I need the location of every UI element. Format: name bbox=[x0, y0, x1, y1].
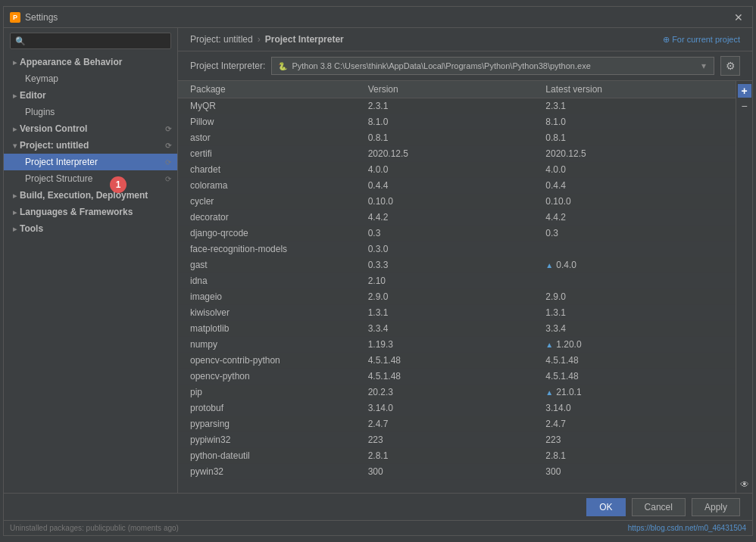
table-row: chardet4.0.04.0.0 bbox=[178, 162, 736, 178]
table-row: decorator4.4.24.4.2 bbox=[178, 210, 736, 226]
table-row: kiwisolver1.3.11.3.1 bbox=[178, 305, 736, 321]
table-row: pip20.2.3▲ 21.0.1 bbox=[178, 385, 736, 400]
sync-icon: ⟳ bbox=[165, 142, 171, 150]
table-row: numpy1.19.3▲ 1.20.0 bbox=[178, 337, 736, 353]
table-row: cycler0.10.00.10.0 bbox=[178, 194, 736, 210]
sidebar-item-tools[interactable]: ▸ Tools bbox=[4, 220, 177, 237]
col-latest: Latest version bbox=[545, 84, 723, 95]
table-row: certifi2020.12.52020.12.5 bbox=[178, 146, 736, 162]
package-latest bbox=[545, 244, 723, 254]
sync-icon: ⟳ bbox=[165, 158, 171, 167]
package-latest: 0.10.0 bbox=[545, 196, 723, 207]
update-arrow-icon: ▲ bbox=[545, 261, 553, 269]
table-row: pypiwin32223223 bbox=[178, 432, 736, 448]
search-input[interactable] bbox=[29, 36, 166, 46]
table-row: matplotlib3.3.43.3.4 bbox=[178, 321, 736, 337]
package-name: idna bbox=[190, 276, 368, 286]
package-name: pypiwin32 bbox=[190, 435, 368, 445]
sidebar: 🔍 ▸ Appearance & Behavior Keymap ▸ Edito… bbox=[4, 28, 178, 493]
package-latest: 0.3 bbox=[545, 228, 723, 238]
interpreter-value: Python 3.8 C:\Users\think\AppData\Local\… bbox=[292, 61, 590, 70]
arrow-icon: ▸ bbox=[13, 192, 17, 200]
table-row: gast0.3.3▲ 0.4.0 bbox=[178, 257, 736, 273]
package-version: 0.10.0 bbox=[368, 196, 546, 207]
package-latest: ▲ 21.0.1 bbox=[545, 387, 723, 397]
sidebar-item-plugins[interactable]: Plugins bbox=[4, 104, 177, 120]
sidebar-item-keymap[interactable]: Keymap bbox=[4, 70, 177, 87]
remove-package-button[interactable]: − bbox=[738, 99, 751, 113]
sidebar-item-project[interactable]: ▾ Project: untitled ⟳ bbox=[4, 137, 177, 154]
package-version: 4.5.1.48 bbox=[368, 355, 546, 366]
arrow-icon: ▸ bbox=[13, 58, 17, 67]
package-name: imageio bbox=[190, 291, 368, 302]
package-name: opencv-contrib-python bbox=[190, 355, 368, 366]
package-latest: ▲ 0.4.0 bbox=[545, 260, 723, 270]
package-name: numpy bbox=[190, 339, 368, 350]
package-name: django-qrcode bbox=[190, 228, 368, 238]
add-package-button[interactable]: + bbox=[738, 84, 751, 98]
arrow-icon: ▸ bbox=[13, 208, 17, 216]
package-latest: 3.3.4 bbox=[545, 323, 723, 334]
sidebar-item-project-structure[interactable]: Project Structure ⟳ bbox=[4, 170, 177, 187]
sidebar-item-editor[interactable]: ▸ Editor bbox=[4, 87, 177, 104]
show-details-button[interactable]: 👁 bbox=[740, 479, 749, 490]
update-arrow-icon: ▲ bbox=[545, 388, 553, 397]
package-name: gast bbox=[190, 260, 368, 270]
package-name: pip bbox=[190, 387, 368, 397]
annotation-badge-1: 1 bbox=[110, 176, 127, 193]
table-row: pyparsing2.4.72.4.7 bbox=[178, 416, 736, 432]
package-name: astor bbox=[190, 132, 368, 143]
sidebar-item-appearance[interactable]: ▸ Appearance & Behavior bbox=[4, 54, 177, 70]
sync-icon: ⟳ bbox=[165, 175, 171, 183]
table-row: python-dateutil2.8.12.8.1 bbox=[178, 448, 736, 464]
title-bar: P Settings ✕ bbox=[4, 7, 752, 28]
close-button[interactable]: ✕ bbox=[731, 10, 746, 25]
table-row: astor0.8.10.8.1 bbox=[178, 130, 736, 146]
sidebar-item-build[interactable]: ▸ Build, Execution, Deployment bbox=[4, 187, 177, 204]
package-latest: ▲ 1.20.0 bbox=[545, 339, 723, 350]
ok-button[interactable]: OK bbox=[586, 498, 625, 516]
package-version: 300 bbox=[368, 466, 546, 477]
sidebar-item-version-control[interactable]: ▸ Version Control ⟳ bbox=[4, 120, 177, 137]
cancel-button[interactable]: Cancel bbox=[632, 498, 686, 516]
package-version: 20.2.3 bbox=[368, 387, 546, 397]
settings-dialog: P Settings ✕ 🔍 ▸ Appearance & Behavior K… bbox=[3, 6, 753, 536]
apply-button[interactable]: Apply bbox=[692, 498, 740, 516]
package-latest: 2.9.0 bbox=[545, 291, 723, 302]
package-latest: 0.8.1 bbox=[545, 132, 723, 143]
package-name: pywin32 bbox=[190, 466, 368, 477]
package-version: 2.10 bbox=[368, 276, 546, 286]
packages-inner: Package Version Latest version MyQR2.3.1… bbox=[178, 81, 736, 493]
col-package: Package bbox=[190, 84, 368, 95]
sync-icon: ⟳ bbox=[165, 125, 171, 133]
nav-tree: ▸ Appearance & Behavior Keymap ▸ Editor … bbox=[4, 54, 177, 493]
table-row: opencv-contrib-python4.5.1.484.5.1.48 bbox=[178, 353, 736, 369]
package-version: 0.8.1 bbox=[368, 132, 546, 143]
search-box[interactable]: 🔍 bbox=[10, 33, 171, 49]
package-version: 2020.12.5 bbox=[368, 148, 546, 159]
package-name: cycler bbox=[190, 196, 368, 207]
status-left: Uninstalled packages: publicpublic (mome… bbox=[10, 524, 179, 532]
sidebar-item-project-interpreter[interactable]: Project Interpreter ⟳ 1 bbox=[4, 154, 177, 170]
interpreter-select[interactable]: 🐍 Python 3.8 C:\Users\think\AppData\Loca… bbox=[271, 57, 714, 75]
package-name: decorator bbox=[190, 212, 368, 223]
gear-button[interactable]: ⚙ bbox=[720, 56, 740, 76]
sidebar-item-languages[interactable]: ▸ Languages & Frameworks bbox=[4, 204, 177, 220]
packages-section: Package Version Latest version MyQR2.3.1… bbox=[178, 81, 752, 493]
package-version: 4.0.0 bbox=[368, 164, 546, 175]
package-version: 0.3.3 bbox=[368, 260, 546, 270]
package-latest: 2.8.1 bbox=[545, 450, 723, 461]
package-latest: 4.4.2 bbox=[545, 212, 723, 223]
main-content: 🔍 ▸ Appearance & Behavior Keymap ▸ Edito… bbox=[4, 28, 752, 493]
package-latest: 0.4.4 bbox=[545, 180, 723, 191]
table-row: opencv-python4.5.1.484.5.1.48 bbox=[178, 369, 736, 385]
package-version: 1.19.3 bbox=[368, 339, 546, 350]
table-row: idna2.10 bbox=[178, 273, 736, 289]
package-version: 3.14.0 bbox=[368, 403, 546, 413]
table-row: colorama0.4.40.4.4 bbox=[178, 178, 736, 194]
package-name: face-recognition-models bbox=[190, 244, 368, 254]
col-version: Version bbox=[368, 84, 546, 95]
table-row: protobuf3.14.03.14.0 bbox=[178, 400, 736, 416]
package-latest: 300 bbox=[545, 466, 723, 477]
status-bar: Uninstalled packages: publicpublic (mome… bbox=[4, 520, 752, 535]
